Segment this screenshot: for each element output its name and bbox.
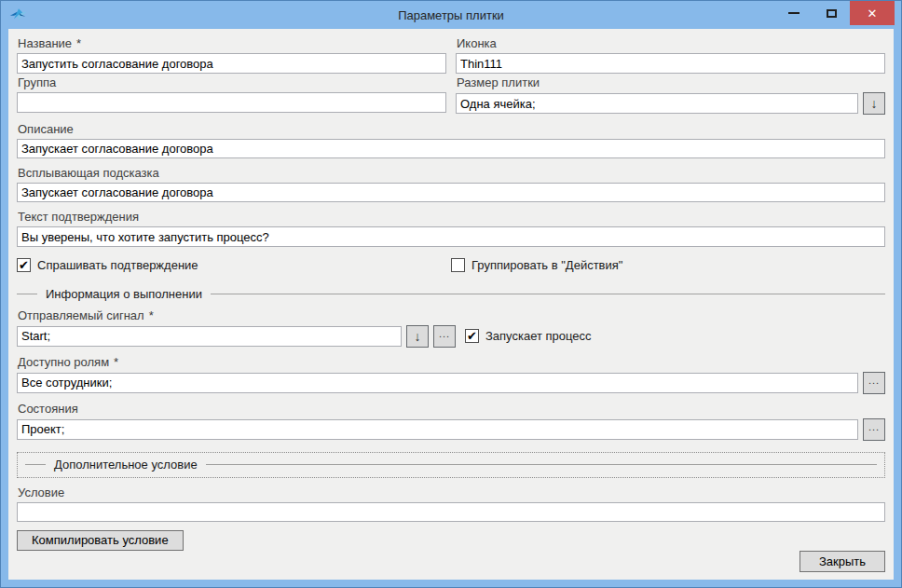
icon-label: Иконка [457, 36, 885, 50]
separator-line [25, 464, 46, 465]
dialog-content: Название* Иконка Группа Размер плитки ↓ [8, 29, 894, 580]
close-dialog-button[interactable]: Закрыть [800, 551, 885, 572]
tooltip-label: Всплывающая подсказка [18, 166, 885, 180]
checkbox-check-icon: ✔ [17, 258, 31, 272]
execution-section-header: Информация о выполнении [17, 287, 885, 301]
tile-size-label: Размер плитки [457, 75, 885, 89]
arrow-down-icon: ↓ [415, 329, 421, 344]
extra-condition-section-header: Дополнительное условие [25, 458, 877, 472]
ellipsis-icon: ... [868, 375, 880, 386]
roles-label: Доступно ролям* [18, 355, 885, 369]
tile-size-dropdown-button[interactable]: ↓ [863, 92, 885, 115]
description-input[interactable] [17, 139, 885, 158]
group-input[interactable] [17, 92, 446, 113]
maximize-icon [827, 9, 837, 18]
extra-condition-section-title: Дополнительное условие [54, 458, 198, 472]
starts-process-label: Запускает процесс [485, 329, 592, 343]
minimize-button[interactable] [775, 1, 813, 25]
dialog-window: Параметры плитки ✕ Название* Иконка [0, 0, 902, 588]
checkbox-empty-icon [451, 258, 465, 272]
icon-input[interactable] [456, 53, 885, 74]
extra-condition-group: Дополнительное условие [17, 452, 885, 478]
arrow-down-icon: ↓ [871, 96, 878, 111]
maximize-button[interactable] [813, 1, 850, 25]
group-in-actions-checkbox[interactable]: Группировать в "Действия" [451, 258, 885, 272]
separator-line [211, 294, 885, 294]
signal-label: Отправляемый сигнал* [18, 308, 885, 322]
roles-browse-button[interactable]: ... [863, 372, 885, 394]
description-label: Описание [18, 122, 885, 136]
minimize-icon [788, 12, 800, 14]
title-bar[interactable]: Параметры плитки ✕ [1, 1, 901, 29]
signal-input[interactable] [17, 326, 402, 347]
close-icon: ✕ [868, 7, 878, 21]
confirm-text-input[interactable] [17, 226, 885, 246]
tile-size-input[interactable] [456, 93, 858, 114]
ask-confirmation-label: Спрашивать подтверждение [37, 258, 198, 272]
condition-label: Условие [18, 485, 885, 499]
ellipsis-icon: ... [868, 421, 880, 432]
ask-confirmation-checkbox[interactable]: ✔ Спрашивать подтверждение [17, 258, 451, 272]
states-browse-button[interactable]: ... [863, 418, 885, 441]
starts-process-checkbox[interactable]: ✔ Запускает процесс [465, 329, 592, 343]
separator-line [206, 464, 877, 465]
confirm-text-label: Текст подтверждения [18, 210, 885, 224]
signal-browse-button[interactable]: ... [433, 325, 456, 348]
ellipsis-icon: ... [439, 328, 450, 339]
separator-line [17, 294, 37, 294]
checkbox-check-icon: ✔ [465, 329, 479, 343]
close-button[interactable]: ✕ [850, 1, 895, 25]
name-label: Название* [18, 36, 446, 50]
group-label: Группа [18, 75, 446, 89]
compile-condition-button[interactable]: Компилировать условие [17, 530, 184, 551]
execution-section-title: Информация о выполнении [46, 287, 202, 301]
tooltip-input[interactable] [17, 183, 885, 202]
roles-input[interactable] [17, 373, 858, 393]
name-input[interactable] [17, 53, 446, 74]
signal-dropdown-button[interactable]: ↓ [406, 325, 429, 348]
group-in-actions-label: Группировать в "Действия" [472, 258, 622, 272]
window-title: Параметры плитки [1, 1, 901, 29]
condition-input[interactable] [17, 502, 885, 522]
states-input[interactable] [17, 419, 858, 440]
states-label: Состояния [18, 402, 885, 416]
